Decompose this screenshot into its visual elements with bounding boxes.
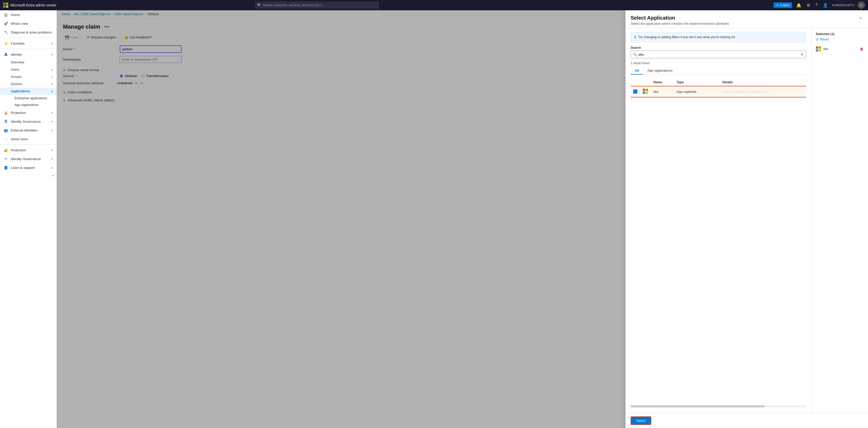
search-input[interactable]	[255, 2, 379, 9]
svg-rect-10	[643, 89, 645, 91]
tab-all[interactable]: All	[631, 67, 643, 74]
svg-rect-14	[816, 46, 818, 49]
svg-rect-15	[819, 46, 821, 49]
sidebar-collapse-button[interactable]: «	[0, 172, 57, 179]
chevron-down-icon: ∨	[51, 42, 53, 45]
feedback-button[interactable]: 👤	[822, 2, 829, 9]
chevron-down-icon: ∨	[51, 75, 53, 79]
col-name: Name	[651, 78, 674, 86]
collapse-icon: «	[52, 173, 54, 177]
chevron-down-icon: ∨	[51, 129, 53, 132]
chevron-up-icon: ∧	[51, 53, 53, 56]
settings-button[interactable]: ⚙	[806, 2, 811, 9]
sidebar-item-protection-bottom[interactable]: 🔐 Protection ∨	[0, 146, 57, 155]
svg-rect-12	[643, 92, 645, 94]
select-button[interactable]: Select	[631, 417, 651, 425]
selected-app-icon	[816, 46, 821, 52]
copilot-icon: ✦	[776, 3, 779, 7]
search-input-modal[interactable]	[639, 53, 799, 57]
divider-1	[0, 38, 57, 38]
modal-title: Select Application	[631, 15, 729, 21]
select-application-modal: Select Application Select the applicatio…	[625, 10, 868, 428]
sidebar-item-identity-governance-bottom[interactable]: Identity Governance ∨	[0, 155, 57, 163]
sidebar-item-enterprise-apps[interactable]: Enterprise applications	[0, 95, 57, 102]
ellipsis-icon: ···	[4, 137, 8, 141]
brand-logo: Microsoft Entra admin center	[3, 3, 57, 8]
col-details: Details	[720, 78, 806, 86]
global-search[interactable]: 🔍	[255, 2, 379, 9]
sidebar-label-app-registrations: App registrations	[14, 103, 39, 107]
sidebar-item-protection[interactable]: 🔒 Protection ∨	[0, 108, 57, 117]
reset-button[interactable]: ↺ Reset	[816, 37, 829, 41]
chevron-down-icon: ∨	[51, 149, 53, 152]
svg-point-9	[5, 158, 6, 159]
sidebar-label-identity: Identity	[11, 53, 48, 57]
result-count: 1 result found	[631, 61, 806, 65]
modal-close-button[interactable]: ×	[859, 15, 863, 22]
sidebar-item-groups[interactable]: Groups ∨	[0, 73, 57, 80]
sidebar-item-applications[interactable]: Applications ∧	[0, 88, 57, 95]
sidebar-item-overview[interactable]: Overview	[0, 59, 57, 66]
reset-label: Reset	[820, 38, 829, 41]
results-table-container: Name Type Details ✓	[631, 78, 806, 403]
svg-rect-17	[819, 49, 821, 52]
delete-selected-button[interactable]: 🗑	[859, 46, 864, 52]
svg-rect-1	[6, 3, 8, 5]
sidebar-item-whats-new[interactable]: 🚀 What's new	[0, 19, 57, 28]
modal-header-content: Select Application Select the applicatio…	[631, 15, 729, 26]
reset-icon: ↺	[816, 37, 819, 41]
avatar[interactable]: K	[858, 2, 865, 9]
main-layout: 🏠 Home 🚀 What's new 🔧 Diagnose & solve p…	[0, 10, 868, 428]
identity-governance-bottom-icon	[4, 157, 8, 161]
sidebar-label-overview: Overview	[11, 61, 24, 64]
search-icon: 🔍	[257, 3, 261, 7]
sidebar: 🏠 Home 🚀 What's new 🔧 Diagnose & solve p…	[0, 10, 57, 428]
help-button[interactable]: ?	[814, 2, 819, 8]
chevron-down-icon: ∨	[51, 157, 53, 161]
row-checkbox-cell[interactable]: ✓	[631, 86, 640, 97]
horizontal-scrollbar[interactable]	[631, 405, 806, 407]
notifications-button[interactable]: 🔔	[795, 2, 802, 9]
sidebar-item-show-more[interactable]: ··· Show more	[0, 135, 57, 143]
copilot-button[interactable]: ✦ Copilot	[774, 2, 792, 8]
sidebar-label-diagnose: Diagnose & solve problems	[11, 30, 53, 34]
sidebar-item-devices[interactable]: Devices ∨	[0, 80, 57, 88]
sidebar-item-home[interactable]: 🏠 Home	[0, 10, 57, 19]
sidebar-item-external-identities[interactable]: 👥 External Identities ∨	[0, 126, 57, 135]
table-row[interactable]: ✓	[631, 86, 806, 97]
scrollbar-thumb[interactable]	[631, 405, 765, 407]
sidebar-item-diagnose[interactable]: 🔧 Diagnose & solve problems	[0, 28, 57, 37]
table-header-row: Name Type Details	[631, 78, 806, 86]
sidebar-item-identity[interactable]: Identity ∧	[0, 50, 57, 59]
topnav-actions: ✦ Copilot 🔔 ⚙ ? 👤 KUBEROCKETCI K	[774, 2, 865, 9]
selected-app-name: eks	[824, 47, 857, 51]
home-icon: 🏠	[4, 12, 8, 17]
modal-header: Select Application Select the applicatio…	[625, 10, 868, 28]
copilot-label: Copilot	[780, 3, 789, 7]
modal-footer: Select	[625, 413, 868, 428]
row-name-cell: eks	[651, 86, 674, 97]
sidebar-item-favorites[interactable]: ⭐ Favorites ∨	[0, 39, 57, 48]
sidebar-label-users: Users	[11, 68, 19, 71]
protection-icon: 🔒	[4, 110, 8, 115]
sidebar-label-identity-governance: Identity Governance	[11, 120, 48, 124]
sidebar-label-whats-new: What's new	[11, 22, 53, 26]
sidebar-item-app-registrations[interactable]: App registrations	[0, 102, 57, 108]
sidebar-item-identity-governance[interactable]: Identity Governance ∨	[0, 117, 57, 126]
diagnose-icon: 🔧	[4, 30, 8, 35]
brand-title: Microsoft Entra admin center	[10, 3, 57, 7]
row-type-cell: App registrati...	[674, 86, 720, 97]
checkbox-checked[interactable]: ✓	[633, 90, 637, 94]
app-grid-icon	[643, 89, 648, 94]
tab-app-registrations[interactable]: App registrations	[643, 67, 677, 74]
sidebar-label-favorites: Favorites	[11, 41, 48, 45]
info-icon: ℹ	[634, 35, 636, 39]
search-label: Search	[631, 46, 806, 50]
search-clear-button[interactable]: ✕	[801, 52, 804, 57]
identity-icon	[4, 52, 8, 57]
sidebar-item-learn-support[interactable]: 📘 Learn & support ∧	[0, 163, 57, 172]
col-type: Type	[674, 78, 720, 86]
sidebar-item-users[interactable]: Users ∨	[0, 66, 57, 73]
modal-subtitle: Select the application which contains th…	[631, 22, 729, 26]
search-input-wrap: 🔍 ✕	[631, 51, 806, 58]
